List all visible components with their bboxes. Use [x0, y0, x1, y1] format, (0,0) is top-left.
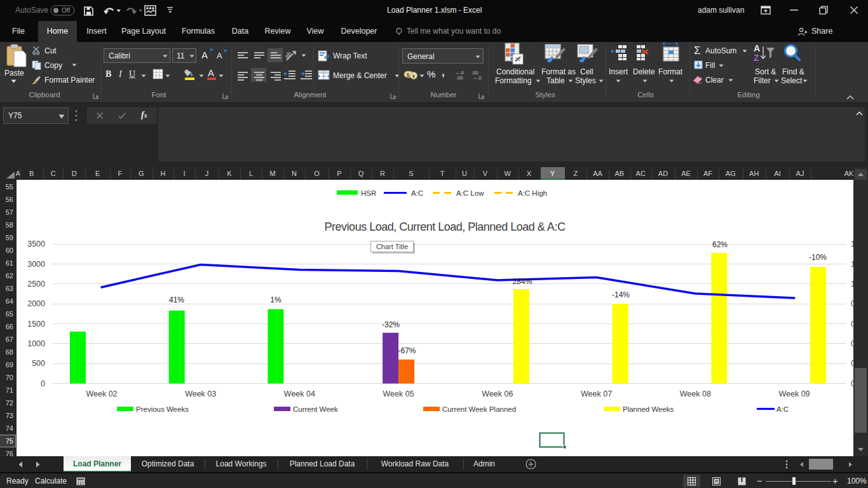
svg-text:HSR: HSR [361, 189, 376, 197]
svg-text:¥: ¥ [412, 73, 416, 79]
svg-text:A:C: A:C [411, 189, 423, 197]
svg-text:1500: 1500 [27, 320, 45, 329]
svg-text:Week 02: Week 02 [86, 390, 117, 398]
svg-text:0: 0 [41, 379, 45, 388]
svg-text:-32%: -32% [382, 320, 400, 329]
svg-text:62%: 62% [712, 240, 728, 249]
svg-text:3000: 3000 [27, 260, 45, 269]
svg-text:Week 07: Week 07 [581, 390, 612, 398]
svg-text:Week 09: Week 09 [778, 390, 810, 398]
svg-text:1000: 1000 [27, 339, 45, 348]
svg-text:Chart Title: Chart Title [376, 243, 408, 250]
svg-text:Current Week Planned: Current Week Planned [442, 405, 516, 413]
svg-text:→.0: →.0 [473, 75, 482, 80]
svg-text:2500: 2500 [27, 280, 45, 288]
svg-text:Week 04: Week 04 [284, 390, 315, 398]
svg-text:A:C High: A:C High [518, 189, 547, 197]
svg-text:Current Week: Current Week [293, 405, 338, 413]
svg-text:3500: 3500 [27, 240, 45, 248]
svg-text:$: $ [407, 72, 410, 78]
svg-text:41%: 41% [169, 295, 184, 304]
svg-text:284%: 284% [513, 277, 532, 286]
svg-text:500: 500 [32, 359, 45, 368]
svg-text:.00: .00 [456, 75, 463, 80]
svg-text:A: A [754, 43, 760, 53]
svg-text:Week 05: Week 05 [383, 390, 414, 398]
svg-text:-10%: -10% [809, 253, 827, 262]
svg-text:-14%: -14% [612, 290, 630, 299]
svg-text:Week 08: Week 08 [680, 390, 711, 398]
svg-text:2000: 2000 [27, 299, 45, 308]
svg-text:Previous Load, Current Load, P: Previous Load, Current Load, Planned Loa… [325, 220, 566, 233]
svg-text:Previous Weeks: Previous Weeks [136, 405, 189, 413]
svg-text:Off: Off [62, 7, 70, 14]
svg-text:1%: 1% [270, 295, 281, 304]
svg-text:Week 03: Week 03 [185, 390, 216, 398]
svg-text:A:C: A:C [776, 405, 789, 413]
svg-text:ab: ab [285, 50, 293, 60]
svg-text:Week 06: Week 06 [482, 390, 513, 398]
svg-text:-67%: -67% [398, 346, 416, 355]
svg-text:Z: Z [754, 53, 759, 62]
svg-text:A:C Low: A:C Low [456, 189, 484, 197]
svg-text:Planned Weeks: Planned Weeks [623, 405, 674, 413]
